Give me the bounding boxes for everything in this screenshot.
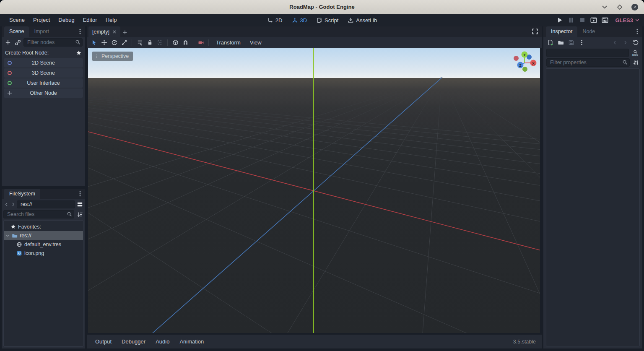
node-control-icon xyxy=(7,80,13,86)
tab-inspector[interactable]: Inspector xyxy=(546,26,577,37)
favorite-star-icon[interactable] xyxy=(76,50,82,56)
chevron-left-icon xyxy=(613,40,617,45)
menu-editor[interactable]: Editor xyxy=(79,14,101,26)
resource-menu-button[interactable] xyxy=(578,39,585,46)
nav-back-button[interactable] xyxy=(3,201,9,208)
root-option-user-interface[interactable]: User Interface xyxy=(4,78,83,88)
lock-button[interactable] xyxy=(146,39,153,47)
search-icon xyxy=(622,60,628,65)
debugger-button[interactable]: Debugger xyxy=(117,335,151,348)
gizmo-neg-x[interactable] xyxy=(514,56,519,61)
output-button[interactable]: Output xyxy=(90,335,117,348)
scene-tab-bar: [empty] xyxy=(87,26,542,37)
rotate-tool-button[interactable] xyxy=(110,39,118,47)
close-tab-icon[interactable] xyxy=(112,30,117,34)
workspace-3d-button[interactable]: 3D xyxy=(289,16,309,24)
new-scene-tab-button[interactable] xyxy=(120,28,130,37)
play-scene-button[interactable] xyxy=(590,16,597,24)
animation-button[interactable]: Animation xyxy=(174,335,209,348)
camera-override-button[interactable] xyxy=(197,39,205,47)
viewport-3d[interactable]: Perspective Y X Z xyxy=(88,48,540,333)
workspace-2d-button[interactable]: 2D xyxy=(265,16,285,24)
filter-properties-input[interactable] xyxy=(546,58,630,67)
menu-project[interactable]: Project xyxy=(29,14,54,26)
tree-item-default-env[interactable]: default_env.tres xyxy=(4,240,83,249)
load-resource-button[interactable] xyxy=(557,39,564,46)
nav-forward-button[interactable] xyxy=(10,201,16,208)
minimize-icon[interactable] xyxy=(601,4,608,10)
audio-button[interactable]: Audio xyxy=(151,335,174,348)
menu-scene[interactable]: Scene xyxy=(5,14,29,26)
tab-scene[interactable]: Scene xyxy=(4,26,29,37)
collapse-caret-icon[interactable] xyxy=(5,234,10,238)
title-bar[interactable]: RoadMap - Godot Engine xyxy=(0,0,644,14)
property-tools-button[interactable] xyxy=(632,59,639,66)
close-button[interactable] xyxy=(631,4,638,10)
renderer-select[interactable]: GLES3 xyxy=(615,17,640,23)
play-custom-scene-button[interactable] xyxy=(601,16,609,24)
move-tool-icon xyxy=(101,39,107,46)
perspective-button[interactable]: Perspective xyxy=(92,52,133,61)
dock-menu-icon[interactable] xyxy=(77,28,83,35)
node-3d-icon xyxy=(7,70,13,76)
chevron-down-icon xyxy=(635,18,640,23)
dock-menu-icon[interactable] xyxy=(634,28,641,35)
maximize-icon[interactable] xyxy=(616,4,623,10)
scene-tab-empty[interactable]: [empty] xyxy=(88,26,120,37)
resource-name-field[interactable] xyxy=(546,49,629,57)
folder-icon xyxy=(12,233,18,239)
snap-button[interactable] xyxy=(182,39,189,47)
play-button[interactable] xyxy=(556,16,564,24)
filter-nodes-input[interactable] xyxy=(23,38,83,47)
instance-scene-button[interactable] xyxy=(14,39,21,46)
select-tool-button[interactable] xyxy=(90,39,98,47)
tab-node[interactable]: Node xyxy=(577,26,600,37)
stop-button[interactable] xyxy=(579,16,586,24)
sort-files-button[interactable] xyxy=(76,211,83,218)
history-forward-button[interactable] xyxy=(621,39,629,46)
root-option-2d-scene[interactable]: 2D Scene xyxy=(4,58,83,68)
tab-import[interactable]: Import xyxy=(29,26,54,37)
history-back-button[interactable] xyxy=(611,39,618,46)
group-button[interactable] xyxy=(156,39,164,47)
tree-item-res[interactable]: res:// xyxy=(4,231,83,240)
select-tool-icon xyxy=(91,39,97,46)
godot-window: RoadMap - Godot Engine Scene Project Deb… xyxy=(0,0,644,351)
workspace-script-button[interactable]: Script xyxy=(314,16,341,24)
history-button[interactable] xyxy=(632,39,639,46)
workspace-assetlib-button[interactable]: AssetLib xyxy=(345,16,379,24)
menu-debug[interactable]: Debug xyxy=(54,14,78,26)
path-breadcrumb[interactable]: res:// xyxy=(17,200,75,208)
chevron-left-icon xyxy=(4,202,9,207)
list-select-icon xyxy=(137,39,143,46)
tab-filesystem[interactable]: FileSystem xyxy=(4,189,40,199)
move-tool-button[interactable] xyxy=(100,39,108,47)
snap-icon xyxy=(182,39,189,46)
view-menu[interactable]: View xyxy=(247,39,265,46)
tree-item-icon-png[interactable]: icon.png xyxy=(4,249,83,257)
search-icon xyxy=(75,39,80,45)
menu-help[interactable]: Help xyxy=(101,14,121,26)
save-resource-button[interactable] xyxy=(567,39,575,46)
list-select-button[interactable] xyxy=(136,39,143,47)
open-docs-button[interactable]: DOC xyxy=(631,49,639,56)
bottom-panel: Output Debugger Audio Animation 3.5.stab… xyxy=(87,335,542,348)
new-resource-button[interactable] xyxy=(546,39,554,46)
viewport-toolbar: Transform View xyxy=(87,37,542,48)
dock-menu-icon[interactable] xyxy=(77,190,83,197)
scene-dock: Scene Import Create Root Node: 2D Scene … xyxy=(2,26,85,186)
root-option-3d-scene[interactable]: 3D Scene xyxy=(4,68,83,78)
pause-button[interactable] xyxy=(567,16,575,24)
root-option-other-node[interactable]: Other Node xyxy=(4,88,83,98)
local-space-button[interactable] xyxy=(171,39,179,47)
split-mode-button[interactable] xyxy=(76,200,83,208)
gizmo-label-y: Y xyxy=(523,53,526,57)
scale-tool-button[interactable] xyxy=(120,39,128,47)
view-gizmo[interactable]: Y X Z xyxy=(511,49,538,77)
search-files-input[interactable] xyxy=(3,210,74,218)
viewport-axes xyxy=(88,48,540,333)
transform-menu[interactable]: Transform xyxy=(213,39,244,46)
distraction-free-button[interactable] xyxy=(532,28,538,35)
add-node-button[interactable] xyxy=(4,39,12,46)
gizmo-neg-y[interactable] xyxy=(522,67,527,72)
